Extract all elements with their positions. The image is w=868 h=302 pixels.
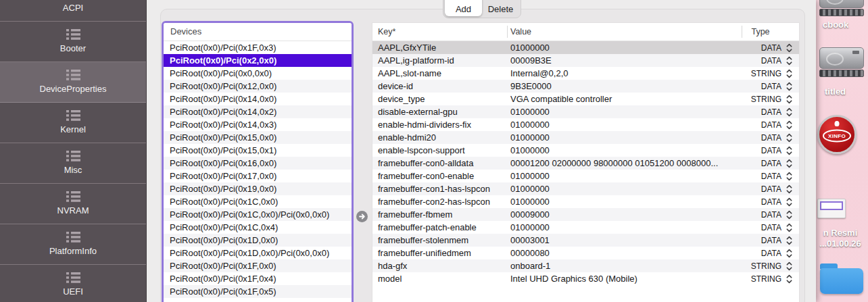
device-row[interactable]: PciRoot(0x0)/Pci(0x14,0x0) [164, 93, 352, 105]
property-row[interactable]: framebuffer-unifiedmem 00000080 DATA [372, 247, 799, 259]
value-column-header[interactable]: Value [510, 27, 738, 36]
type-stepper-icon[interactable] [781, 146, 796, 155]
screenshot-file-icon[interactable] [817, 199, 846, 218]
property-row[interactable]: framebuffer-con0-enable 01000000 DATA [372, 170, 799, 182]
sidebar-item-label: Misc [64, 165, 82, 175]
type-stepper-icon[interactable] [781, 172, 796, 181]
property-row[interactable]: hda-gfx onboard-1 STRING [372, 259, 799, 272]
property-row[interactable]: framebuffer-con2-has-lspcon 01000000 DAT… [372, 195, 799, 208]
device-row[interactable]: PciRoot(0x0)/Pci(0x1C,0x0)/Pci(0x0,0x0) [164, 208, 352, 221]
hard-drive-icon[interactable] [819, 47, 864, 77]
property-row[interactable]: framebuffer-con0-alldata 00001200 020000… [372, 157, 799, 170]
type-stepper-icon[interactable] [781, 120, 796, 130]
sidebar-item[interactable]: Misc [0, 143, 146, 184]
app-badge-icon[interactable]: XINFO [817, 115, 857, 154]
type-stepper-icon[interactable] [781, 274, 796, 284]
device-row[interactable]: PciRoot(0x0)/Pci(0x14,0x2) [164, 105, 352, 118]
volume-label: cbook [823, 20, 848, 30]
type-stepper-icon[interactable] [781, 159, 796, 168]
property-type: DATA [737, 146, 781, 155]
property-row[interactable]: device-id 9B3E0000 DATA [372, 80, 799, 93]
type-stepper-icon[interactable] [781, 82, 796, 91]
type-stepper-icon[interactable] [781, 69, 796, 78]
type-stepper-icon[interactable] [781, 210, 796, 220]
content-area: Add Delete Devices PciRoot(0x0)/Pci(0x1F… [146, 0, 816, 302]
property-row[interactable]: disable-external-gpu 01000000 DATA [372, 105, 799, 118]
property-key: framebuffer-con0-alldata [372, 158, 510, 168]
property-type: DATA [737, 210, 781, 220]
device-row[interactable]: PciRoot(0x0)/Pci(0x16,0x0) [164, 157, 352, 170]
device-row[interactable]: PciRoot(0x0)/Pci(0x15,0x1) [164, 144, 352, 157]
device-row[interactable]: PciRoot(0x0)/Pci(0x1C,0x0) [164, 195, 352, 208]
device-row[interactable]: PciRoot(0x0)/Pci(0x1F,0x3) [164, 41, 352, 54]
sidebar-item[interactable]: DeviceProperties [0, 62, 146, 103]
property-type: DATA [737, 197, 781, 207]
folder-icon[interactable] [820, 263, 863, 295]
property-row[interactable]: device_type VGA compatible controller ST… [372, 93, 799, 105]
property-value: VGA compatible controller [510, 94, 737, 104]
type-stepper-icon[interactable] [781, 223, 796, 232]
sidebar-item[interactable]: Kernel [0, 103, 146, 143]
device-row[interactable]: PciRoot(0x0)/Pci(0x12,0x0) [164, 80, 352, 93]
sidebar-item-label: Booter [60, 43, 86, 53]
device-row[interactable]: PciRoot(0x0)/Pci(0x19,0x0) [164, 182, 352, 195]
device-row[interactable]: PciRoot(0x0)/Pci(0x1F,0x4) [164, 272, 352, 285]
type-stepper-icon[interactable] [781, 95, 796, 104]
device-row[interactable]: PciRoot(0x0)/Pci(0x14,0x3) [164, 118, 352, 131]
add-delete-segmented-control: Add Delete [443, 0, 521, 18]
property-type: DATA [737, 236, 781, 245]
type-stepper-icon[interactable] [781, 236, 796, 245]
property-type: DATA [737, 184, 781, 194]
property-type: DATA [737, 172, 781, 181]
segment-button[interactable]: Delete [482, 0, 519, 16]
list-icon [66, 29, 80, 40]
device-row[interactable]: PciRoot(0x0)/Pci(0x1C,0x4) [164, 221, 352, 234]
property-row[interactable]: AAPL,slot-name Internal@0,2,0 STRING [372, 67, 799, 80]
devices-column-header[interactable]: Devices [164, 23, 352, 41]
type-stepper-icon[interactable] [781, 107, 796, 117]
property-type: STRING [737, 95, 781, 104]
apple-logo-icon [835, 121, 840, 126]
property-value: 00009000 [510, 209, 737, 220]
type-stepper-icon[interactable] [781, 43, 796, 53]
property-row[interactable]: framebuffer-con1-has-lspcon 01000000 DAT… [372, 182, 799, 195]
property-row[interactable]: AAPL,GfxYTile 01000000 DATA [372, 41, 799, 54]
hard-drive-icon[interactable] [819, 0, 864, 16]
device-row[interactable]: PciRoot(0x0)/Pci(0x1F,0x5) [164, 285, 352, 298]
device-row[interactable]: PciRoot(0x0)/Pci(0x17,0x0) [164, 170, 352, 182]
sidebar-item[interactable]: Booter [0, 22, 146, 62]
property-key: framebuffer-con1-has-lspcon [372, 184, 510, 194]
sidebar: ACPI Booter [0, 0, 147, 302]
property-row[interactable]: enable-hdmi20 01000000 DATA [372, 131, 799, 144]
type-stepper-icon[interactable] [781, 133, 796, 143]
sidebar-item[interactable]: NVRAM [0, 184, 146, 224]
device-row[interactable]: PciRoot(0x0)/Pci(0x2,0x0) [164, 54, 352, 67]
property-row[interactable]: framebuffer-fbmem 00009000 DATA [372, 208, 799, 221]
type-stepper-icon[interactable] [781, 249, 796, 258]
type-stepper-icon[interactable] [781, 197, 796, 207]
device-row[interactable]: PciRoot(0x0)/Pci(0x1D,0x0) [164, 234, 352, 247]
type-column-header[interactable]: Type [738, 27, 783, 36]
property-row[interactable]: enable-lspcon-support 01000000 DATA [372, 144, 799, 157]
sidebar-item[interactable]: UEFI [0, 265, 146, 302]
property-row[interactable]: framebuffer-patch-enable 01000000 DATA [372, 221, 799, 234]
property-value: onboard-1 [510, 261, 737, 271]
type-stepper-icon[interactable] [781, 56, 796, 66]
device-row[interactable]: PciRoot(0x0)/Pci(0x15,0x0) [164, 131, 352, 144]
property-row[interactable]: framebuffer-stolenmem 00003001 DATA [372, 234, 799, 247]
property-type: DATA [737, 159, 781, 168]
property-row[interactable]: enable-hdmi-dividers-fix 01000000 DATA [372, 118, 799, 131]
device-row[interactable]: PciRoot(0x0)/Pci(0x1F,0x0) [164, 259, 352, 272]
device-row[interactable]: PciRoot(0x0)/Pci(0x0,0x0) [164, 67, 352, 80]
type-stepper-icon[interactable] [781, 261, 796, 271]
property-row[interactable]: model Intel UHD Graphics 630 (Mobile) ST… [372, 272, 799, 285]
sidebar-item[interactable]: ACPI [0, 0, 146, 22]
property-row[interactable]: AAPL,ig-platform-id 00009B3E DATA [372, 54, 799, 67]
sidebar-item[interactable]: PlatformInfo [0, 224, 146, 265]
key-column-header[interactable]: Key* [372, 27, 510, 36]
property-key: framebuffer-unifiedmem [372, 248, 510, 258]
property-value: 00003001 [510, 235, 737, 245]
device-row[interactable]: PciRoot(0x0)/Pci(0x1D,0x0)/Pci(0x0,0x0) [164, 247, 352, 259]
segment-button[interactable]: Add [445, 0, 482, 16]
type-stepper-icon[interactable] [781, 184, 796, 194]
